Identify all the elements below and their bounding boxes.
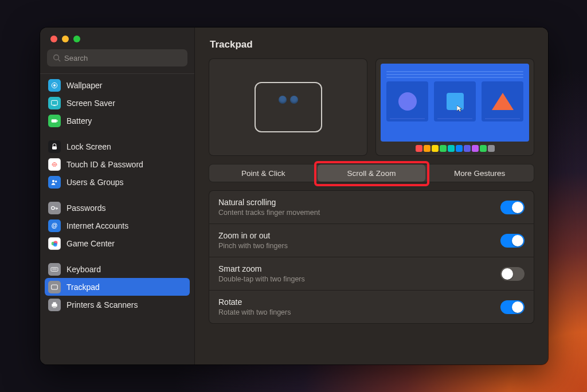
system-settings-window: Search WallpaperScreen SaverBatteryLock … (40, 28, 548, 364)
sidebar-item-keyboard[interactable]: Keyboard (45, 260, 190, 278)
sidebar-item-label: Battery (66, 116, 92, 126)
sidebar-item-printers-scanners[interactable]: Printers & Scanners (45, 296, 190, 313)
tab-bar: Point & ClickScroll & ZoomMore Gestures (209, 164, 534, 182)
sidebar-item-users-groups[interactable]: Users & Groups (45, 173, 190, 191)
triangle-shape-icon (492, 93, 514, 110)
minimize-window-button[interactable] (62, 36, 69, 42)
page-title: Trackpad (210, 39, 534, 50)
setting-title: Rotate (218, 297, 500, 307)
desktop-preview-inner (381, 64, 529, 142)
svg-rect-19 (52, 285, 58, 289)
key-icon (48, 202, 61, 214)
users-icon (48, 176, 61, 189)
sidebar-item-lock-screen[interactable]: Lock Screen (45, 138, 190, 155)
sidebar-item-game-center[interactable]: Game Center (45, 234, 190, 252)
tab-point-click[interactable]: Point & Click (209, 164, 318, 182)
gamecenter-icon (48, 237, 61, 250)
printer-icon (48, 299, 61, 311)
settings-list: Natural scrollingContent tracks finger m… (209, 190, 534, 324)
palette-swatch (432, 145, 439, 152)
sidebar-item-label: Lock Screen (66, 142, 111, 151)
main-content: Trackpad (195, 28, 548, 364)
palette-swatch (488, 145, 495, 152)
svg-point-3 (53, 84, 56, 87)
sidebar-item-label: Game Center (66, 239, 115, 248)
setting-title: Smart zoom (218, 264, 500, 273)
toggle-rotate[interactable] (500, 300, 525, 314)
fingerprint-icon (48, 158, 61, 171)
tab-more-gestures[interactable]: More Gestures (425, 164, 534, 182)
trackpad-preview (209, 58, 367, 156)
palette-swatch (416, 145, 422, 152)
setting-subtitle: Double-tap with two fingers (218, 275, 500, 283)
sidebar-item-touch-id-password[interactable]: Touch ID & Password (45, 155, 190, 173)
sidebar-item-label: Internet Accounts (66, 221, 128, 230)
desktop-preview (375, 58, 534, 156)
sidebar-item-label: Trackpad (66, 283, 100, 292)
search-placeholder: Search (64, 54, 88, 62)
wallpaper-icon (48, 79, 61, 92)
sidebar-list: WallpaperScreen SaverBatteryLock ScreenT… (40, 75, 194, 364)
sidebar-item-screen-saver[interactable]: Screen Saver (45, 94, 190, 112)
search-input[interactable]: Search (47, 49, 187, 66)
setting-subtitle: Pinch with two fingers (218, 242, 500, 250)
setting-row-natural-scrolling: Natural scrollingContent tracks finger m… (209, 191, 534, 224)
toggle-zoom-in-or-out[interactable] (500, 234, 525, 248)
palette-swatch (448, 145, 455, 152)
palette-swatch (456, 145, 463, 152)
preview-row (209, 58, 534, 156)
sidebar-item-label: Touch ID & Password (66, 160, 143, 169)
svg-rect-7 (57, 120, 58, 121)
sidebar-item-trackpad[interactable]: Trackpad (45, 278, 190, 296)
at-icon: @ (48, 219, 61, 232)
palette-swatch (480, 145, 487, 152)
close-window-button[interactable] (50, 36, 57, 42)
toggle-smart-zoom[interactable] (500, 267, 525, 281)
palette-swatch (424, 145, 431, 152)
setting-row-zoom-in-or-out: Zoom in or outPinch with two fingers (209, 224, 534, 257)
svg-rect-8 (52, 146, 57, 149)
sidebar-item-passwords[interactable]: Passwords (45, 199, 190, 217)
trackpad-icon (48, 281, 61, 293)
svg-point-9 (52, 180, 54, 182)
lock-icon (48, 140, 61, 153)
search-icon (53, 54, 61, 62)
sidebar-item-internet-accounts[interactable]: @Internet Accounts (45, 217, 190, 234)
setting-subtitle: Content tracks finger movement (218, 209, 500, 217)
circle-shape-icon (398, 92, 417, 111)
finger-dot-icon (290, 96, 298, 104)
sidebar-divider (40, 73, 194, 74)
battery-icon (48, 115, 61, 127)
svg-point-11 (52, 206, 54, 209)
color-palette (416, 145, 495, 152)
sidebar-item-battery[interactable]: Battery (45, 112, 190, 130)
sidebar: Search WallpaperScreen SaverBatteryLock … (40, 28, 195, 364)
sidebar-item-label: Keyboard (66, 265, 101, 274)
svg-text:@: @ (52, 222, 57, 229)
palette-swatch (464, 145, 471, 152)
svg-line-1 (58, 60, 61, 62)
sidebar-item-wallpaper[interactable]: Wallpaper (45, 76, 190, 94)
svg-point-15 (53, 242, 57, 246)
screensaver-icon (48, 97, 61, 109)
setting-row-smart-zoom: Smart zoomDouble-tap with two fingers (209, 257, 534, 291)
setting-row-rotate: RotateRotate with two fingers (209, 291, 534, 323)
svg-rect-22 (53, 306, 56, 308)
svg-rect-16 (51, 267, 58, 271)
svg-rect-6 (52, 119, 57, 122)
sidebar-item-label: Wallpaper (66, 81, 103, 90)
palette-swatch (440, 145, 447, 152)
zoom-window-button[interactable] (73, 36, 80, 42)
toggle-natural-scrolling[interactable] (500, 201, 525, 214)
sidebar-item-label: Users & Groups (66, 178, 124, 187)
setting-title: Natural scrolling (218, 198, 500, 207)
svg-point-0 (54, 55, 59, 60)
tab-scroll-zoom[interactable]: Scroll & Zoom (318, 164, 426, 182)
keyboard-icon (48, 263, 61, 276)
finger-dot-icon (279, 96, 287, 104)
setting-title: Zoom in or out (218, 231, 500, 240)
sidebar-item-label: Printers & Scanners (66, 300, 138, 309)
setting-subtitle: Rotate with two fingers (218, 308, 500, 316)
svg-rect-4 (52, 100, 58, 105)
cursor-icon (457, 105, 463, 112)
